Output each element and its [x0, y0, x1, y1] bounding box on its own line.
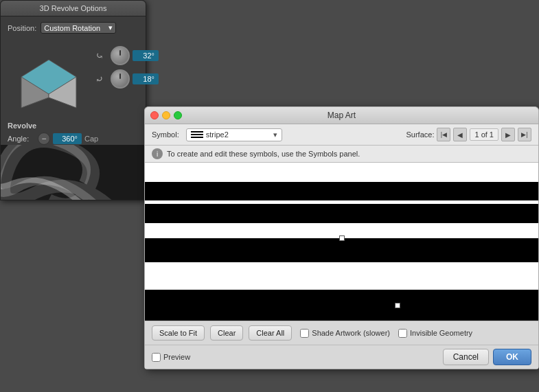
last-surface-button[interactable]: ▶|	[518, 128, 531, 141]
shade-artwork-checkbox[interactable]	[300, 329, 309, 338]
ma-preview-wrapper[interactable]: Preview	[152, 353, 190, 362]
position-select[interactable]: Custom Rotation ▾	[41, 22, 116, 34]
invisible-geometry-label: Invisible Geometry	[410, 329, 472, 337]
angle-label: Angle:	[8, 135, 35, 143]
y-dial[interactable]	[111, 69, 130, 89]
revolve-options-window: 3D Revolve Options Position: Custom Rota…	[0, 0, 146, 200]
map-art-canvas[interactable]	[145, 163, 538, 321]
cube-svg	[8, 39, 90, 115]
clear-all-button[interactable]: Clear All	[249, 325, 292, 341]
cancel-button[interactable]: Cancel	[443, 349, 489, 365]
info-text: To create and edit these symbols, use th…	[167, 150, 360, 158]
revolve-section-label: Revolve	[8, 122, 139, 130]
swirl-art-svg	[1, 145, 131, 200]
canvas-handle-1[interactable]	[339, 235, 345, 241]
first-surface-button[interactable]: |◀	[437, 128, 450, 141]
close-button[interactable]	[150, 111, 159, 119]
cube-preview	[8, 39, 90, 115]
y-rotation-value[interactable]: 18°	[133, 73, 159, 84]
surface-nav-label: Surface:	[406, 130, 435, 139]
surface-nav: Surface: |◀ ◀ 1 of 1 ▶ ▶|	[406, 128, 532, 141]
position-label: Position:	[8, 24, 36, 32]
revolve-titlebar: 3D Revolve Options	[1, 1, 146, 16]
angle-value[interactable]: 360°	[53, 133, 82, 144]
position-value: Custom Rotation	[44, 24, 100, 32]
shade-artwork-wrapper[interactable]: Shade Artwork (slower)	[300, 329, 390, 338]
map-art-action-bar: Scale to Fit Clear Clear All Shade Artwo…	[145, 321, 538, 345]
traffic-lights	[150, 111, 182, 119]
rotation-controls: ⤿ 32° ⤾ 18°	[95, 39, 159, 115]
invisible-geometry-checkbox[interactable]	[398, 329, 407, 338]
symbol-chevron-icon: ▾	[273, 130, 277, 139]
x-rotation-value[interactable]: 32°	[133, 50, 159, 61]
map-art-titlebar: Map Art	[145, 107, 538, 124]
map-art-toolbar: Symbol: stripe2 ▾ Surface: |◀ ◀ 1 of 1 ▶…	[145, 124, 538, 146]
background-art	[1, 145, 147, 200]
symbol-value: stripe2	[206, 130, 229, 139]
symbol-label: Symbol:	[152, 130, 179, 139]
invisible-geometry-wrapper[interactable]: Invisible Geometry	[398, 329, 472, 338]
minimize-button[interactable]	[162, 111, 170, 119]
canvas-handle-2[interactable]	[395, 303, 400, 308]
y-rotation-icon: ⤾	[95, 73, 108, 84]
stripe-pattern	[145, 163, 538, 321]
surface-count: 1 of 1	[470, 128, 498, 141]
scale-to-fit-button[interactable]: Scale to Fit	[152, 325, 205, 341]
revolve-title: 3D Revolve Options	[40, 4, 107, 12]
zoom-button[interactable]	[174, 111, 182, 119]
info-icon: i	[152, 148, 163, 159]
ma-preview-checkbox[interactable]	[152, 353, 161, 362]
map-art-preview-row: Preview Cancel OK	[145, 345, 538, 369]
x-rotation-icon: ⤿	[95, 50, 108, 61]
info-row: i To create and edit these symbols, use …	[145, 146, 538, 163]
cap-label: Cap	[84, 135, 98, 143]
clear-button[interactable]: Clear	[210, 325, 243, 341]
angle-minus-btn[interactable]: −	[38, 132, 50, 145]
symbol-select[interactable]: stripe2 ▾	[186, 128, 282, 141]
map-art-title: Map Art	[328, 111, 356, 120]
x-dial[interactable]	[111, 46, 130, 65]
stripe-icon	[191, 131, 203, 138]
ma-preview-label: Preview	[163, 353, 190, 361]
chevron-down-icon: ▾	[108, 23, 113, 32]
ok-button[interactable]: OK	[493, 349, 531, 365]
map-art-window: Map Art Symbol: stripe2 ▾ Surface: |◀ ◀ …	[144, 106, 539, 369]
next-surface-button[interactable]: ▶	[501, 128, 515, 141]
prev-surface-button[interactable]: ◀	[453, 128, 467, 141]
shade-artwork-label: Shade Artwork (slower)	[312, 329, 390, 337]
final-buttons: Cancel OK	[443, 349, 531, 365]
